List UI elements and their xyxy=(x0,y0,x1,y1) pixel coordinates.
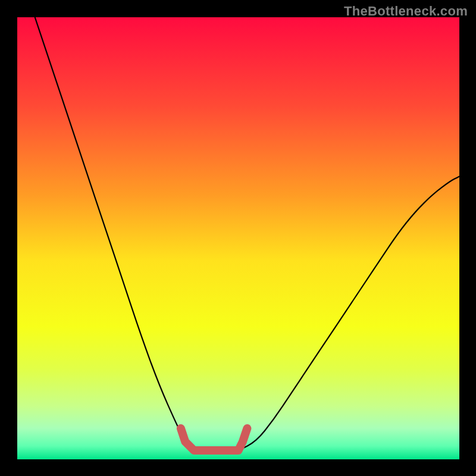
trough-highlight xyxy=(181,428,248,450)
curve-left xyxy=(35,17,195,450)
chart-frame: TheBottleneck.com xyxy=(0,0,476,476)
plot-area xyxy=(17,17,459,459)
watermark-label: TheBottleneck.com xyxy=(344,4,468,19)
curve-right xyxy=(239,177,460,451)
curve-layer xyxy=(17,17,459,459)
